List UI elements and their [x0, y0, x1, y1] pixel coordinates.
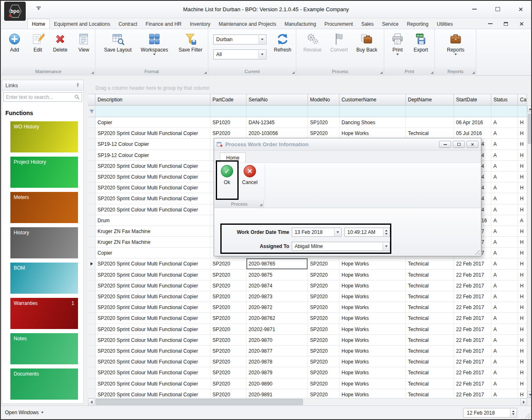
- refresh-button[interactable]: Refresh: [271, 32, 295, 53]
- cancel-button[interactable]: × Cancel: [240, 165, 260, 185]
- tab-contract[interactable]: Contract: [114, 19, 141, 29]
- delete-button[interactable]: Delete: [49, 32, 71, 53]
- dialog-minimize-button[interactable]: [439, 141, 451, 148]
- tab-equipment-and-locations[interactable]: Equipment and Locations: [50, 19, 114, 29]
- column-header-serialno[interactable]: SerialNo: [246, 94, 308, 105]
- status-date-picker[interactable]: 12 Feb 2018: [463, 408, 517, 418]
- sidebar-item-bom[interactable]: BOM: [10, 263, 78, 294]
- table-row[interactable]: SP2020 Sprint Colour Multi Functional Co…: [88, 335, 527, 346]
- branch-select[interactable]: Durban: [213, 34, 266, 44]
- column-header-status[interactable]: Status: [491, 94, 518, 105]
- filter-cell[interactable]: [454, 106, 491, 117]
- table-row[interactable]: SP2020 Sprint Colour Multi Functional Co…: [88, 346, 527, 356]
- save-filter-button[interactable]: Save Filter: [175, 32, 206, 53]
- chevron-down-icon[interactable]: [259, 35, 266, 44]
- filter-cell[interactable]: [210, 106, 246, 117]
- ok-button[interactable]: ✓ Ok: [217, 165, 237, 185]
- search-input[interactable]: [6, 94, 74, 100]
- table-row[interactable]: SP2020 Sprint Colour Multi Functional Co…: [88, 280, 527, 291]
- titlebar[interactable]: bpo Machine List for Durban - BPO: Versi…: [1, 1, 531, 18]
- workspaces-button[interactable]: Workspaces: [138, 32, 171, 55]
- filter-cell[interactable]: [406, 106, 454, 117]
- column-header-startdate[interactable]: StartDate: [454, 94, 491, 105]
- vertical-scroll-thumb[interactable]: [528, 114, 532, 144]
- reports-button[interactable]: Reports: [442, 32, 469, 55]
- column-header-customername[interactable]: CustomerName: [339, 94, 406, 105]
- print-button[interactable]: Print: [388, 32, 408, 55]
- filter-cell[interactable]: [339, 106, 406, 117]
- maximize-icon[interactable]: [494, 5, 501, 13]
- date-spinner[interactable]: [510, 409, 516, 417]
- dialog-launcher-icon[interactable]: ◢: [472, 71, 475, 74]
- dialog-tab-home[interactable]: Home: [220, 152, 246, 162]
- save-layout-button[interactable]: Save Layout: [102, 32, 134, 53]
- open-windows-button[interactable]: Open Windows: [5, 410, 44, 415]
- tab-inventory[interactable]: Inventory: [186, 19, 215, 29]
- sidebar-item-history[interactable]: History: [10, 227, 78, 258]
- table-row[interactable]: SP2020 Sprint Colour Multi Functional Co…: [88, 356, 527, 367]
- close-icon[interactable]: ×: [517, 5, 525, 13]
- table-row[interactable]: SP2020 Sprint Colour Multi Functional Co…: [88, 291, 527, 302]
- tab-finance-and-hr[interactable]: Finance and HR: [142, 19, 186, 29]
- mdi-close-icon[interactable]: ×: [518, 20, 525, 27]
- window-resize-grip[interactable]: [525, 413, 530, 418]
- dialog-launcher-icon[interactable]: ◢: [380, 71, 383, 74]
- chevron-down-icon[interactable]: [334, 228, 341, 236]
- work-order-date-input[interactable]: 13 Feb 2018: [292, 228, 342, 237]
- column-header-modelno[interactable]: ModelNo: [308, 94, 339, 105]
- horizontal-scrollbar[interactable]: [88, 398, 527, 405]
- tab-service[interactable]: Service: [378, 19, 403, 29]
- column-header-partcode[interactable]: PartCode: [210, 94, 246, 105]
- table-row[interactable]: SP2020 Sprint Colour Multi Functional Co…: [88, 389, 527, 398]
- filter-icon[interactable]: [88, 106, 95, 117]
- table-row[interactable]: SP2020 Sprint Colour Multi Functional Co…: [88, 313, 527, 324]
- table-row[interactable]: SP2020 Sprint Colour Multi Functional Co…: [88, 128, 527, 139]
- scroll-right-icon[interactable]: [520, 398, 527, 406]
- dialog-close-button[interactable]: ×: [466, 141, 478, 148]
- tab-procurement[interactable]: Procurement: [320, 19, 357, 29]
- add-button[interactable]: Add: [5, 32, 24, 53]
- edit-button[interactable]: Edit: [28, 32, 48, 53]
- table-row[interactable]: SP2020 Sprint Colour Multi Functional Co…: [88, 378, 527, 389]
- vertical-scrollbar[interactable]: [527, 106, 532, 398]
- scroll-down-icon[interactable]: [527, 391, 532, 398]
- work-order-time-input[interactable]: 10:49:12 AM: [344, 228, 390, 237]
- dialog-launcher-icon[interactable]: ◢: [91, 71, 94, 74]
- sidebar-item-notes[interactable]: Notes: [10, 333, 78, 364]
- sidebar-item-warranties[interactable]: Warranties1: [10, 298, 78, 329]
- scroll-left-icon[interactable]: [88, 398, 95, 406]
- view-button[interactable]: View: [74, 32, 94, 53]
- sidebar-item-documents[interactable]: Documents: [10, 368, 78, 400]
- filter-cell[interactable]: [308, 106, 339, 117]
- table-row[interactable]: SP2020 Sprint Colour Multi Functional Co…: [88, 367, 527, 378]
- pin-icon[interactable]: [76, 83, 80, 88]
- filter-cell[interactable]: [95, 106, 210, 117]
- tab-maintenance-and-projects[interactable]: Maintenance and Projects: [215, 19, 281, 29]
- table-row[interactable]: CopierSP1020DAN-12345SP1020Dancing Shoes…: [88, 117, 527, 128]
- time-spinner[interactable]: [383, 228, 389, 236]
- tab-utilities[interactable]: Utilities: [432, 19, 457, 29]
- dialog-maximize-button[interactable]: [453, 141, 465, 148]
- horizontal-scroll-thumb[interactable]: [95, 399, 303, 405]
- tab-manufacturing[interactable]: Manufacturing: [281, 19, 320, 29]
- assigned-to-input[interactable]: Abigail Milne: [292, 242, 390, 251]
- table-row[interactable]: SP2020 Sprint Colour Multi Functional Co…: [88, 302, 527, 313]
- tab-reporting[interactable]: Reporting: [403, 19, 432, 29]
- dialog-titlebar[interactable]: Process Work Order Information ×: [214, 138, 481, 151]
- export-button[interactable]: XLSX Export: [410, 32, 432, 53]
- column-header-description[interactable]: Description: [95, 94, 210, 105]
- mdi-minimize-icon[interactable]: [486, 20, 494, 27]
- chevron-down-icon[interactable]: [259, 50, 266, 59]
- dialog-launcher-icon[interactable]: ◢: [260, 203, 262, 206]
- dialog-launcher-icon[interactable]: ◢: [431, 71, 433, 74]
- tab-sales[interactable]: Sales: [357, 19, 378, 29]
- minimize-icon[interactable]: [471, 5, 478, 13]
- filter-cell[interactable]: [518, 106, 527, 117]
- dialog-launcher-icon[interactable]: ◢: [204, 71, 207, 74]
- column-header-cate[interactable]: Cate: [518, 94, 527, 105]
- tab-home[interactable]: Home: [27, 19, 50, 29]
- column-header-deptname[interactable]: DeptName: [406, 94, 454, 105]
- dialog-launcher-icon[interactable]: ◢: [292, 71, 295, 74]
- sidebar-item-wo-history[interactable]: WO History: [10, 121, 78, 152]
- status-filter-select[interactable]: All: [213, 49, 266, 59]
